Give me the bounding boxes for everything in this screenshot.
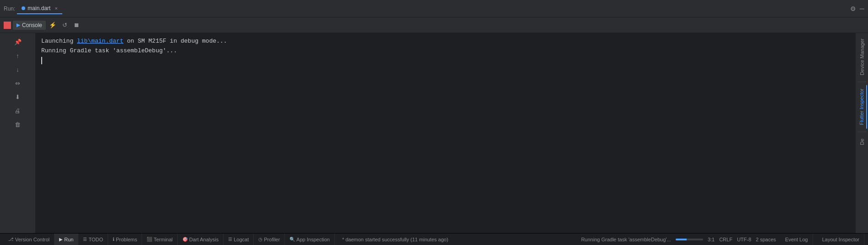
launch-prefix: Launching <box>41 38 77 45</box>
print-button[interactable]: 🖨 <box>12 105 24 117</box>
terminal-tab[interactable]: ⬛ Terminal <box>142 234 178 245</box>
top-bar: Run: main.dart × ⚙ ─ <box>0 0 868 17</box>
status-message: * daemon started successfully (11 minute… <box>335 237 581 242</box>
status-bar: ⎇ Version Control ▶ Run ☰ TODO ℹ Problem… <box>0 233 868 245</box>
run-icon: ▶ <box>59 237 63 242</box>
run-label: Run: <box>4 6 15 12</box>
de-panel[interactable]: De <box>857 135 867 149</box>
todo-label: TODO <box>88 237 103 242</box>
pin-button[interactable]: 📌 <box>12 36 24 48</box>
import-button[interactable]: ⬇ <box>12 91 24 103</box>
tab-close-icon[interactable]: × <box>55 6 57 11</box>
progress-fill <box>676 239 687 240</box>
layout-inspector-label: Layout Inspector <box>822 237 859 242</box>
status-bar-right: Running Gradle task 'assembleDebug'... 3… <box>581 234 864 245</box>
main-dart-tab[interactable]: main.dart × <box>17 3 62 14</box>
version-control-label: Version Control <box>15 237 49 242</box>
app-inspection-icon: 🔍 <box>289 237 295 242</box>
main-area: 📌 ↑ ↓ ⇔ ⬇ 🖨 🗑 Launching lib\main.dart on… <box>0 33 868 233</box>
problems-icon: ℹ <box>113 237 115 242</box>
console-output: Launching lib\main.dart on SM M215F in d… <box>36 33 855 233</box>
version-control-icon: ⎇ <box>8 237 14 242</box>
dart-analysis-label: Dart Analysis <box>189 237 218 242</box>
scroll-down-button[interactable]: ↓ <box>12 63 24 75</box>
encoding[interactable]: UTF-8 <box>737 237 751 242</box>
profiler-icon: ◷ <box>258 237 262 242</box>
logcat-tab[interactable]: ☰ Logcat <box>224 234 254 245</box>
indent[interactable]: 2 spaces <box>756 237 776 242</box>
reload-button[interactable]: ↺ <box>60 20 70 30</box>
event-log-tab[interactable]: Event Log <box>781 234 813 245</box>
dart-icon: 🎯 <box>182 237 188 242</box>
app-inspection-tab[interactable]: 🔍 App Inspection <box>285 234 335 245</box>
tab-name: main.dart <box>27 5 50 11</box>
profiler-label: Profiler <box>264 237 280 242</box>
stop-circle-button[interactable]: ⏹ <box>71 20 82 30</box>
problems-tab[interactable]: ℹ Problems <box>108 234 142 245</box>
profiler-tab[interactable]: ◷ Profiler <box>254 234 285 245</box>
todo-icon: ☰ <box>83 237 87 242</box>
problems-label: Problems <box>116 237 137 242</box>
panel-divider <box>857 82 867 82</box>
console-tab[interactable]: ▶ Console <box>13 21 46 30</box>
console-line-1: Launching lib\main.dart on SM M215F in d… <box>41 37 850 46</box>
lightning-button[interactable]: ⚡ <box>48 20 58 30</box>
status-tabs: ⎇ Version Control ▶ Run ☰ TODO ℹ Problem… <box>4 234 335 245</box>
main-dart-link[interactable]: lib\main.dart <box>77 38 123 45</box>
delete-button[interactable]: 🗑 <box>12 118 24 130</box>
run-label-status: Run <box>64 237 73 242</box>
stop-button[interactable] <box>4 22 11 29</box>
logcat-label: Logcat <box>234 237 249 242</box>
version-control-tab[interactable]: ⎇ Version Control <box>4 234 55 245</box>
launch-suffix: on SM M215F in debug mode... <box>123 38 227 45</box>
settings-icon[interactable]: ⚙ <box>850 5 856 12</box>
flutter-inspector-panel[interactable]: Flutter Inspector <box>857 85 867 128</box>
running-task-message: Running Gradle task 'assembleDebug'... <box>581 237 671 242</box>
event-log-label: Event Log <box>785 237 808 242</box>
todo-tab[interactable]: ☰ TODO <box>78 234 108 245</box>
terminal-label: Terminal <box>153 237 173 242</box>
scroll-up-button[interactable]: ↑ <box>12 50 24 61</box>
console-line-2: Running Gradle task 'assembleDebug'... <box>41 46 850 56</box>
layout-inspector-tab[interactable]: Layout Inspector <box>818 234 864 245</box>
app-inspection-label: App Inspection <box>296 237 330 242</box>
text-cursor <box>41 57 42 64</box>
panel-divider-2 <box>857 132 867 132</box>
console-label: Console <box>22 22 42 28</box>
line-ending[interactable]: CRLF <box>719 237 732 242</box>
terminal-icon: ⬛ <box>147 237 152 242</box>
left-gutter: 📌 ↑ ↓ ⇔ ⬇ 🖨 🗑 <box>0 33 36 233</box>
toolbar-row: ▶ Console ⚡ ↺ ⏹ <box>0 17 868 33</box>
run-tab[interactable]: ▶ Run <box>55 234 78 245</box>
tab-dot-icon <box>22 6 25 10</box>
device-manager-panel[interactable]: Device Manager <box>857 35 867 79</box>
right-panel-strip: Device Manager Flutter Inspector De <box>855 33 868 233</box>
minimize-icon[interactable]: ─ <box>860 5 864 12</box>
logcat-icon: ☰ <box>228 237 232 242</box>
progress-bar <box>676 239 703 240</box>
console-cursor-line <box>41 56 850 64</box>
cursor-position[interactable]: 3:1 <box>708 237 715 242</box>
dart-analysis-tab[interactable]: 🎯 Dart Analysis <box>178 234 224 245</box>
soft-wrap-button[interactable]: ⇔ <box>12 77 24 89</box>
console-icon: ▶ <box>16 22 20 28</box>
